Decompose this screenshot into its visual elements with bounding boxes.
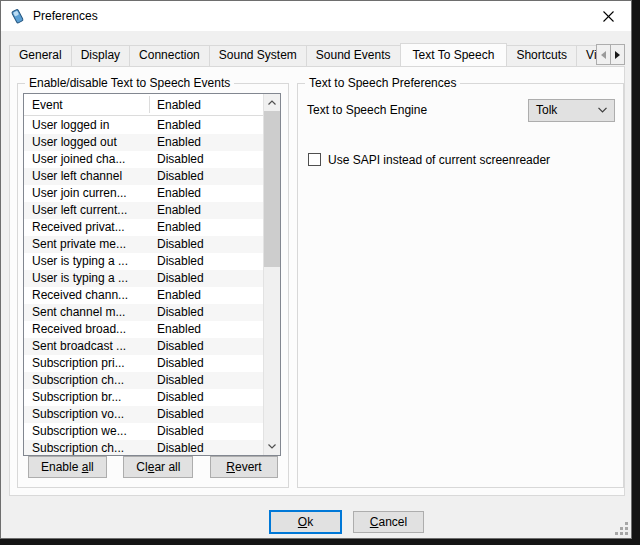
sapi-checkbox-row[interactable]: Use SAPI instead of current screenreader xyxy=(308,152,550,167)
event-cell: User join curren... xyxy=(32,185,127,202)
column-header-enabled[interactable]: Enabled xyxy=(157,94,201,116)
list-button-row: Enable all Clear all Revert xyxy=(28,456,278,478)
list-row[interactable]: Subscription ch... Disabled xyxy=(24,440,263,455)
resize-grip[interactable] xyxy=(614,521,628,535)
tab[interactable]: Sound Events xyxy=(306,45,401,66)
tab[interactable]: Connection xyxy=(129,45,210,66)
list-row[interactable]: Subscription br... Disabled xyxy=(24,389,263,406)
tab-bar: GeneralDisplayConnectionSound SystemSoun… xyxy=(9,42,625,66)
enabled-cell: Disabled xyxy=(157,406,204,423)
list-row[interactable]: Subscription pri... Disabled xyxy=(24,355,263,372)
list-body: User logged in Enabled User logged out E… xyxy=(24,117,263,455)
enabled-cell: Disabled xyxy=(157,372,204,389)
event-cell: Received privat... xyxy=(32,219,125,236)
chevron-down-icon xyxy=(268,444,276,449)
chevron-up-icon xyxy=(268,100,276,105)
tab[interactable]: Shortcuts xyxy=(506,45,577,66)
tab-scroll-buttons xyxy=(597,44,625,65)
list-row[interactable]: Received chann... Enabled xyxy=(24,287,263,304)
list-row[interactable]: User joined cha... Disabled xyxy=(24,151,263,168)
scrollbar-up-button[interactable] xyxy=(264,94,280,111)
list-row[interactable]: User is typing a ... Disabled xyxy=(24,270,263,287)
tab-strip: GeneralDisplayConnectionSound SystemSoun… xyxy=(9,42,625,66)
enabled-cell: Enabled xyxy=(157,134,201,151)
engine-label: Text to Speech Engine xyxy=(307,103,427,117)
tts-preferences-group-title: Text to Speech Preferences xyxy=(305,76,460,90)
list-row[interactable]: Sent channel m... Disabled xyxy=(24,304,263,321)
list-row[interactable]: User logged in Enabled xyxy=(24,117,263,134)
sapi-checkbox-label: Use SAPI instead of current screenreader xyxy=(328,153,550,167)
event-cell: Subscription ch... xyxy=(32,440,124,455)
list-header[interactable]: Event Enabled xyxy=(24,94,263,116)
enabled-cell: Enabled xyxy=(157,321,201,338)
event-cell: User joined cha... xyxy=(32,151,125,168)
cancel-button[interactable]: Cancel xyxy=(353,511,424,533)
tab-scroll-right-button[interactable] xyxy=(610,44,625,65)
event-cell: Subscription we... xyxy=(32,423,127,440)
close-icon xyxy=(603,11,614,22)
title-bar[interactable]: Preferences xyxy=(1,1,631,31)
chevron-down-icon xyxy=(598,107,607,113)
engine-selected-value: Tolk xyxy=(536,103,557,117)
list-row[interactable]: Sent broadcast ... Disabled xyxy=(24,338,263,355)
event-cell: Sent private me... xyxy=(32,236,126,253)
list-row[interactable]: Subscription ch... Disabled xyxy=(24,372,263,389)
preferences-dialog: Preferences GeneralDisplayConnectionSoun… xyxy=(0,0,632,539)
tab[interactable]: Text To Speech xyxy=(400,43,508,66)
clear-all-button[interactable]: Clear all xyxy=(123,456,193,478)
sapi-checkbox[interactable] xyxy=(308,153,321,166)
event-cell: Subscription vo... xyxy=(32,406,124,423)
enabled-cell: Disabled xyxy=(157,168,204,185)
ok-button[interactable]: Ok xyxy=(269,510,342,534)
list-row[interactable]: User logged out Enabled xyxy=(24,134,263,151)
list-row[interactable]: Sent private me... Disabled xyxy=(24,236,263,253)
scrollbar-down-button[interactable] xyxy=(264,438,280,455)
list-row[interactable]: Subscription we... Disabled xyxy=(24,423,263,440)
enabled-cell: Disabled xyxy=(157,338,204,355)
event-cell: Sent broadcast ... xyxy=(32,338,126,355)
tab-page-text-to-speech: Enable/disable Text to Speech Events Eve… xyxy=(9,66,625,496)
tab[interactable]: Display xyxy=(71,45,130,66)
list-row[interactable]: Received broad... Enabled xyxy=(24,321,263,338)
tts-events-list[interactable]: Event Enabled User logged in Enabled Use… xyxy=(23,93,281,456)
enable-all-button[interactable]: Enable all xyxy=(28,456,107,478)
enabled-cell: Disabled xyxy=(157,236,204,253)
event-cell: Subscription ch... xyxy=(32,372,124,389)
enabled-cell: Disabled xyxy=(157,253,204,270)
enabled-cell: Disabled xyxy=(157,304,204,321)
enabled-cell: Enabled xyxy=(157,117,201,134)
triangle-left-icon xyxy=(601,51,606,59)
tab-scroll-left-button[interactable] xyxy=(596,44,611,65)
list-row[interactable]: User is typing a ... Disabled xyxy=(24,253,263,270)
event-cell: Subscription pri... xyxy=(32,355,125,372)
column-divider xyxy=(149,96,150,113)
enabled-cell: Disabled xyxy=(157,270,204,287)
engine-row: Text to Speech Engine Tolk xyxy=(307,98,615,122)
enabled-cell: Disabled xyxy=(157,355,204,372)
list-row[interactable]: Subscription vo... Disabled xyxy=(24,406,263,423)
list-row[interactable]: User left current... Enabled xyxy=(24,202,263,219)
enabled-cell: Enabled xyxy=(157,185,201,202)
list-row[interactable]: User join curren... Enabled xyxy=(24,185,263,202)
event-cell: User is typing a ... xyxy=(32,270,128,287)
column-header-event[interactable]: Event xyxy=(32,94,63,116)
event-cell: User is typing a ... xyxy=(32,253,128,270)
event-cell: Subscription br... xyxy=(32,389,121,406)
tts-engine-select[interactable]: Tolk xyxy=(528,99,615,122)
tab[interactable]: General xyxy=(9,45,72,66)
scrollbar-thumb[interactable] xyxy=(264,111,280,267)
tts-events-group-title: Enable/disable Text to Speech Events xyxy=(25,76,234,90)
close-button[interactable] xyxy=(586,1,631,31)
event-cell: User left channel xyxy=(32,168,122,185)
list-row[interactable]: Received privat... Enabled xyxy=(24,219,263,236)
enabled-cell: Disabled xyxy=(157,389,204,406)
event-cell: Sent channel m... xyxy=(32,304,125,321)
revert-button[interactable]: Revert xyxy=(210,456,278,478)
tab[interactable]: Sound System xyxy=(209,45,307,66)
event-cell: Received broad... xyxy=(32,321,126,338)
list-row[interactable]: User left channel Disabled xyxy=(24,168,263,185)
event-cell: User logged out xyxy=(32,134,117,151)
event-cell: User logged in xyxy=(32,117,109,134)
app-icon xyxy=(9,8,26,25)
list-scrollbar[interactable] xyxy=(263,94,280,455)
